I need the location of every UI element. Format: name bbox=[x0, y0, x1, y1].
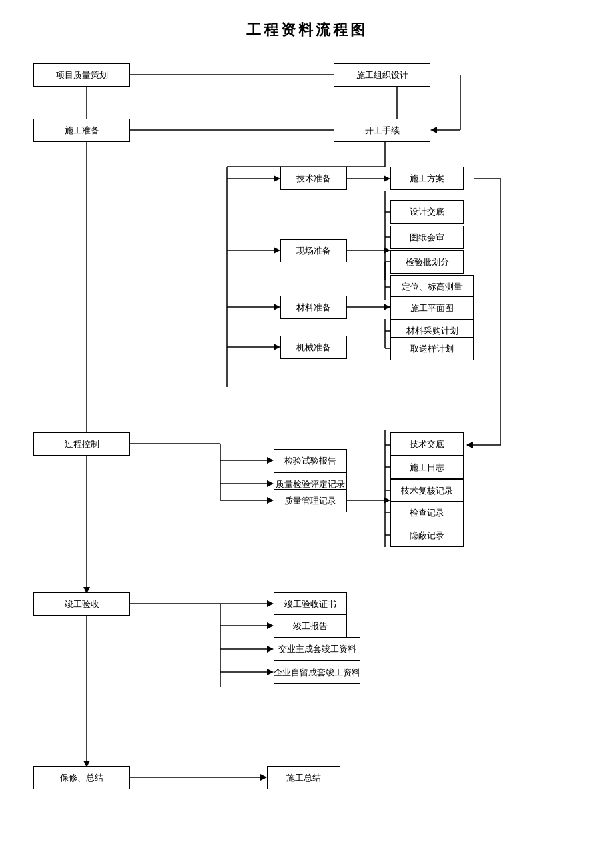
svg-marker-69 bbox=[466, 442, 473, 448]
box-construction-plan: 施工方案 bbox=[390, 167, 464, 190]
box-completion-report: 竣工报告 bbox=[274, 614, 347, 638]
box-design-handover: 设计交底 bbox=[390, 200, 464, 224]
box-material-prep: 材料准备 bbox=[280, 296, 347, 319]
box-inspection-record: 检查记录 bbox=[390, 501, 464, 524]
flowchart: 项目质量策划 施工组织设计 施工准备 开工手续 技术准备 施工方案 设计交底 bbox=[27, 60, 587, 827]
box-positioning: 定位、标高测量 bbox=[390, 275, 474, 298]
box-construction-prep: 施工准备 bbox=[33, 119, 130, 142]
box-quality-mgmt: 质量管理记录 bbox=[274, 489, 347, 512]
box-handover-docs: 交业主成套竣工资料 bbox=[274, 637, 360, 661]
box-completion-cert: 竣工验收证书 bbox=[274, 592, 347, 616]
svg-marker-19 bbox=[274, 344, 280, 350]
svg-marker-52 bbox=[267, 497, 274, 504]
box-site-prep: 现场准备 bbox=[280, 239, 347, 262]
page-title: 工程资料流程图 bbox=[27, 20, 587, 40]
box-inspection-plan: 检验批划分 bbox=[390, 250, 464, 274]
svg-marker-13 bbox=[274, 175, 280, 182]
svg-marker-79 bbox=[267, 669, 274, 675]
svg-marker-21 bbox=[384, 175, 390, 182]
svg-marker-37 bbox=[384, 304, 390, 310]
box-maintenance: 保修、总结 bbox=[33, 766, 130, 789]
svg-marker-48 bbox=[267, 457, 274, 464]
svg-marker-15 bbox=[274, 247, 280, 254]
box-tech-prep: 技术准备 bbox=[280, 167, 347, 190]
svg-marker-17 bbox=[274, 304, 280, 310]
box-construction-log: 施工日志 bbox=[390, 456, 464, 479]
svg-marker-75 bbox=[267, 622, 274, 629]
box-process-control: 过程控制 bbox=[33, 432, 130, 456]
box-start-procedures: 开工手续 bbox=[334, 119, 430, 142]
box-construction-org: 施工组织设计 bbox=[334, 63, 430, 87]
svg-marker-83 bbox=[260, 774, 267, 781]
svg-marker-54 bbox=[384, 497, 390, 504]
box-concealed-record: 隐蔽记录 bbox=[390, 524, 464, 547]
svg-marker-50 bbox=[267, 480, 274, 487]
box-company-docs: 企业自留成套竣工资料 bbox=[274, 661, 360, 684]
page: 工程资料流程图 bbox=[0, 0, 614, 868]
svg-marker-77 bbox=[267, 646, 274, 653]
svg-marker-6 bbox=[430, 127, 437, 133]
svg-marker-73 bbox=[267, 600, 274, 607]
box-sample-plan: 取送样计划 bbox=[390, 337, 474, 360]
box-construction-summary: 施工总结 bbox=[267, 766, 340, 789]
box-site-plan: 施工平面图 bbox=[390, 296, 474, 320]
svg-marker-30 bbox=[384, 247, 390, 254]
box-mechanical-prep: 机械准备 bbox=[280, 336, 347, 359]
box-completion-accept: 竣工验收 bbox=[33, 592, 130, 616]
box-project-quality: 项目质量策划 bbox=[33, 63, 130, 87]
box-drawing-review: 图纸会审 bbox=[390, 226, 464, 249]
box-inspection-report: 检验试验报告 bbox=[274, 449, 347, 472]
box-tech-review: 技术复核记录 bbox=[390, 479, 464, 502]
box-tech-handover: 技术交底 bbox=[390, 432, 464, 456]
